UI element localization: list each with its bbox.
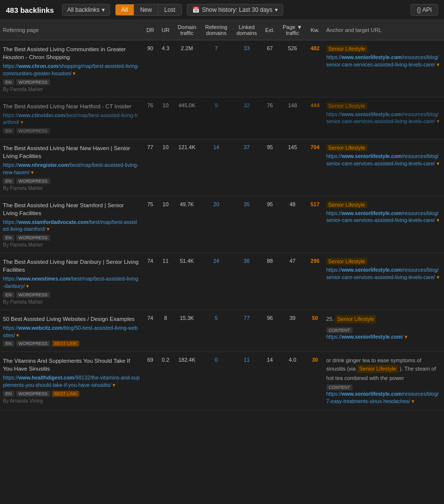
table-row: The Best Assisted Living Near Stamford |… <box>0 196 444 253</box>
dr-value: 74 <box>143 310 158 351</box>
chevron-down-icon: ▾ <box>275 6 278 13</box>
page-url[interactable]: https://www.healthdigest.com/98132/the-v… <box>3 374 140 388</box>
tag-en: EN <box>3 79 14 85</box>
page-url[interactable]: https://www.ctinsider.com/best/map/best-… <box>3 112 140 126</box>
author: By Pamela Mahler <box>3 87 140 92</box>
author: By Pamela Mahler <box>3 299 140 305</box>
colored-number: 0 <box>215 357 218 363</box>
kw-value: 296 <box>307 253 324 310</box>
page-traffic-value: 47 <box>278 253 307 310</box>
domain-traffic-value: 121.4K <box>173 139 201 196</box>
table-row: 50 Best Assisted Living Websites / Desig… <box>0 310 444 351</box>
colored-number: 32 <box>244 102 250 108</box>
kw-number: 517 <box>310 201 319 207</box>
page-title: The Best Assisted Living Communities in … <box>3 45 140 61</box>
page-url[interactable]: https://www.chron.com/shopping/map/best-… <box>3 63 140 77</box>
anchor-label: Senior Lifestyle <box>357 365 398 373</box>
kw-number: 50 <box>312 315 318 321</box>
ext-value: 14 <box>262 352 279 410</box>
domain-traffic-value: 182.4K <box>173 352 201 410</box>
page-url[interactable]: https://www.newstimes.com/best/map/best-… <box>3 275 140 289</box>
tags-row: ENWORDPRESSBEST LINK <box>3 391 140 397</box>
tab-all[interactable]: All <box>116 4 134 15</box>
backlinks-count: 483 backlinks <box>6 6 54 14</box>
page-url[interactable]: https://www.webcitz.com/blog/50-best-ass… <box>3 324 140 339</box>
referring-page-cell: The Vitamins And Supplements You Should … <box>0 352 143 410</box>
tab-new[interactable]: New <box>134 4 158 15</box>
calendar-icon: 📅 <box>192 6 200 13</box>
ext-value: 67 <box>262 40 279 97</box>
anchor-url[interactable]: https://www.seniorlifestyle.com/resource… <box>326 54 441 68</box>
anchor-cell: or drink ginger tea to ease symptoms of … <box>324 352 444 410</box>
colored-number: 7 <box>215 45 218 51</box>
anchor-url[interactable]: https://www.seniorlifestyle.com/resource… <box>326 390 441 405</box>
tab-lost[interactable]: Lost <box>158 4 181 15</box>
content-tag: CONTENT <box>326 327 353 333</box>
dr-value: 69 <box>143 352 158 410</box>
colored-number: 36 <box>244 258 250 264</box>
anchor-url[interactable]: https://www.seniorlifestyle.com/resource… <box>326 111 441 125</box>
col-domain-traffic: Domaintraffic <box>173 20 201 40</box>
tag-best-link: BEST LINK <box>52 391 80 397</box>
anchor-url[interactable]: https://www.seniorlifestyle.com/resource… <box>326 266 441 281</box>
col-kw: Kw. <box>307 20 324 40</box>
col-page-traffic[interactable]: Page ▼traffic <box>278 20 307 40</box>
colored-number: 11 <box>244 357 250 363</box>
ur-value: 8 <box>158 310 173 351</box>
kw-value: 704 <box>307 139 324 196</box>
table-header-row: Referring page DR UR Domaintraffic Refer… <box>0 20 444 40</box>
referring-domains-value: 7 <box>201 40 232 97</box>
top-bar: 483 backlinks All backlinks ▾ All New Lo… <box>0 0 444 20</box>
ext-value: 96 <box>262 310 279 351</box>
table-row: The Best Assisted Living Communities in … <box>0 40 444 97</box>
kw-number: 482 <box>310 45 319 51</box>
kw-value: 444 <box>307 97 324 139</box>
api-button[interactable]: {} API <box>411 4 438 16</box>
anchor-url[interactable]: https://www.seniorlifestyle.com/resource… <box>326 153 441 167</box>
ext-value: 76 <box>262 97 279 139</box>
all-backlinks-dropdown[interactable]: All backlinks ▾ <box>62 4 110 16</box>
referring-page-cell: The Best Assisted Living Near Stamford |… <box>0 196 143 253</box>
anchor-label: Senior Lifestyle <box>326 258 441 266</box>
referring-page-cell: The Best Assisted Living Near Hartford -… <box>0 97 143 139</box>
page-title: The Best Assisted Living Near Danbury | … <box>3 258 140 274</box>
referring-domains-value: 0 <box>201 352 232 410</box>
referring-domains-value: 5 <box>201 310 232 351</box>
tag-wordpress: WORDPRESS <box>16 235 50 241</box>
linked-domains-value: 32 <box>232 97 262 139</box>
page-url[interactable]: https://www.stamfordadvocate.com/best/ma… <box>3 219 140 233</box>
domain-traffic-value: 15.3K <box>173 310 201 351</box>
tags-row: ENWORDPRESS <box>3 128 140 134</box>
ur-value: 10 <box>158 196 173 253</box>
page-title: The Best Assisted Living Near Stamford |… <box>3 201 140 217</box>
anchor-label: Senior Lifestyle <box>326 144 441 153</box>
colored-number: 9 <box>215 102 218 108</box>
referring-page-cell: The Best Assisted Living Communities in … <box>0 40 143 97</box>
domain-traffic-value: 445.0K <box>173 97 201 139</box>
content-tag: CONTENT <box>326 384 353 390</box>
col-linked-domains: Linkeddomains <box>232 20 262 40</box>
kw-value: 30 <box>307 352 324 410</box>
tags-row: ENWORDPRESSBEST LINK <box>3 341 140 346</box>
tag-wordpress: WORDPRESS <box>16 292 50 298</box>
tag-wordpress: WORDPRESS <box>16 178 50 184</box>
anchor-url[interactable]: https://www.seniorlifestyle.com/ ▾ <box>326 333 441 341</box>
domain-traffic-value: 49.7K <box>173 196 201 253</box>
page-url[interactable]: https://www.nhregister.com/best/map/best… <box>3 161 140 176</box>
tags-row: ENWORDPRESS <box>3 292 140 298</box>
anchor-label: Senior Lifestyle <box>326 201 441 210</box>
tag-en: EN <box>3 235 14 241</box>
ext-value: 88 <box>262 253 279 310</box>
linked-domains-value: 35 <box>232 196 262 253</box>
table-row: The Best Assisted Living Near Danbury | … <box>0 253 444 310</box>
author: By Pamela Mahler <box>3 186 140 191</box>
history-button[interactable]: 📅 Show history: Last 30 days ▾ <box>187 4 283 16</box>
page-traffic-value: 39 <box>278 310 307 351</box>
dr-value: 74 <box>143 253 158 310</box>
anchor-text-before: or drink ginger tea to ease symptoms of … <box>326 357 441 382</box>
tag-en: EN <box>3 128 14 134</box>
colored-number: 37 <box>244 144 250 150</box>
anchor-cell: Senior Lifestylehttps://www.seniorlifest… <box>324 139 444 196</box>
anchor-url[interactable]: https://www.seniorlifestyle.com/resource… <box>326 210 441 224</box>
dr-value: 77 <box>143 139 158 196</box>
